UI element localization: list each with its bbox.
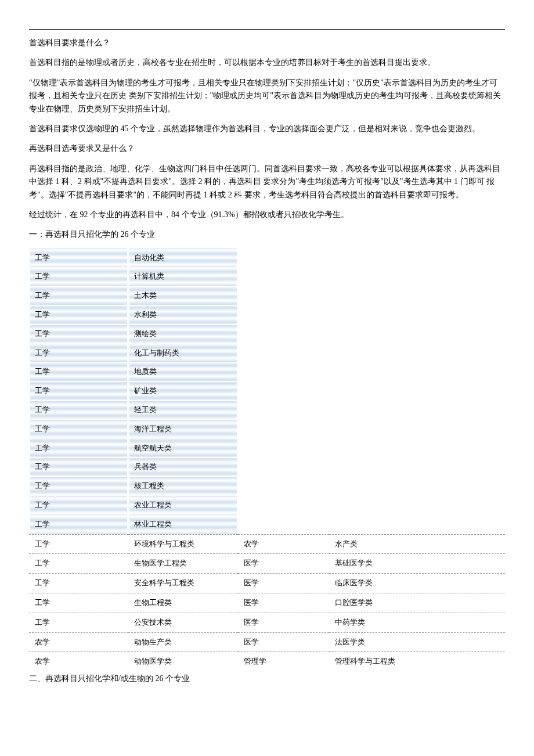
major-cell: 动物生产类 <box>128 632 238 652</box>
table-row: 工学航空航天类 <box>29 439 238 458</box>
major-cell: 地质类 <box>128 362 238 381</box>
major-cell: 海洋工程类 <box>128 420 238 439</box>
table-row: 工学生物医学工程类 <box>29 554 238 574</box>
category-cell: 工学 <box>29 593 128 613</box>
table-row: 工学计算机类 <box>29 267 238 286</box>
major-cell: 轻工类 <box>128 401 238 420</box>
category-cell: 工学 <box>29 325 128 344</box>
category-cell: 工学 <box>29 344 128 363</box>
table-row: 医学法医学类 <box>238 632 505 652</box>
table-row: 医学口腔医学类 <box>238 593 505 613</box>
category-cell: 工学 <box>29 554 128 574</box>
paragraph-2: 首选科目指的是物理或者历史，高校各专业在招生时，可以根据本专业的培养目标对于考生… <box>29 56 505 69</box>
category-cell: 工学 <box>29 420 128 439</box>
table-row: 工学环境科学与工程类 <box>29 534 238 554</box>
category-cell: 医学 <box>238 632 329 652</box>
category-cell: 工学 <box>29 613 128 632</box>
table-row: 农学动物医学类 <box>29 652 238 671</box>
major-cell: 兵器类 <box>128 458 238 477</box>
category-cell: 工学 <box>29 458 128 477</box>
table-row: 工学核工程类 <box>29 477 238 496</box>
category-cell: 工学 <box>29 305 128 325</box>
majors-table-right: 农学水产类医学基础医学类医学临床医学类医学口腔医学类医学中药学类医学法医学类管理… <box>238 534 505 672</box>
category-cell: 医学 <box>238 593 329 613</box>
major-cell: 航空航天类 <box>128 439 238 458</box>
major-cell: 林业工程类 <box>128 515 238 534</box>
table-row: 工学安全科学与工程类 <box>29 574 238 593</box>
category-cell: 农学 <box>238 534 329 554</box>
category-cell: 工学 <box>29 401 128 420</box>
category-cell: 工学 <box>29 249 128 268</box>
category-cell: 医学 <box>238 613 329 632</box>
category-cell: 工学 <box>29 534 128 554</box>
paragraph-3: "仅物理"表示首选科目为物理的考生才可报考，且相关专业只在物理类别下安排招生计划… <box>29 77 505 116</box>
major-cell: 公安技术类 <box>128 613 238 632</box>
category-cell: 农学 <box>29 632 128 652</box>
major-cell: 土木类 <box>128 286 238 305</box>
table-row: 农学动物生产类 <box>29 632 238 652</box>
major-cell: 动物医学类 <box>128 652 238 671</box>
paragraph-7: 经过统计，在 92 个专业的再选科目中，84 个专业（91.3%）都招收或者只招… <box>29 208 505 221</box>
table-row: 工学生物工程类 <box>29 593 238 613</box>
table-row: 工学自动化类 <box>29 249 238 268</box>
table-row: 医学临床医学类 <box>238 574 505 593</box>
category-cell: 医学 <box>238 574 329 593</box>
section-heading-2: 二、再选科目只招化学和/或生物的 26 个专业 <box>29 672 505 685</box>
major-cell: 核工程类 <box>128 477 238 496</box>
table-row: 农学水产类 <box>238 534 505 554</box>
major-cell: 中药学类 <box>329 613 505 632</box>
majors-table-left: 工学自动化类工学计算机类工学土木类工学水利类工学测绘类工学化工与制药类工学地质类… <box>29 249 238 672</box>
table-row: 工学水利类 <box>29 305 238 325</box>
major-cell: 生物工程类 <box>128 593 238 613</box>
table-row: 医学基础医学类 <box>238 554 505 574</box>
major-cell: 计算机类 <box>128 267 238 286</box>
major-cell: 自动化类 <box>128 249 238 268</box>
table-row: 工学土木类 <box>29 286 238 305</box>
major-cell: 生物医学工程类 <box>128 554 238 574</box>
paragraph-6: 再选科目指的是政治、地理、化学、生物这四门科目中任选两门。同首选科目要求一致，高… <box>29 163 505 201</box>
table-row: 工学轻工类 <box>29 401 238 420</box>
major-cell: 测绘类 <box>128 325 238 344</box>
tables-container: 工学自动化类工学计算机类工学土木类工学水利类工学测绘类工学化工与制药类工学地质类… <box>29 249 505 672</box>
table-row: 医学中药学类 <box>238 613 505 632</box>
paragraph-4: 首选科目要求仅选物理的 45 个专业，虽然选择物理作为首选科目，专业的选择面会更… <box>29 123 505 135</box>
table-row: 工学矿业类 <box>29 381 238 401</box>
major-cell: 化工与制药类 <box>128 344 238 363</box>
major-cell: 管理科学与工程类 <box>329 652 505 671</box>
category-cell: 工学 <box>29 515 128 534</box>
major-cell: 水利类 <box>128 305 238 325</box>
category-cell: 工学 <box>29 574 128 593</box>
category-cell: 工学 <box>29 362 128 381</box>
table-row: 工学地质类 <box>29 362 238 381</box>
table-row: 工学化工与制药类 <box>29 344 238 363</box>
category-cell: 管理学 <box>238 652 329 671</box>
table-row: 工学公安技术类 <box>29 613 238 632</box>
category-cell: 工学 <box>29 439 128 458</box>
table-row: 工学农业工程类 <box>29 496 238 515</box>
major-cell: 水产类 <box>329 534 505 554</box>
paragraph-question-2: 再选科目选考要求又是什么？ <box>29 142 505 155</box>
category-cell: 工学 <box>29 286 128 305</box>
table-row: 工学海洋工程类 <box>29 420 238 439</box>
table-row: 工学兵器类 <box>29 458 238 477</box>
table-row: 管理学管理科学与工程类 <box>238 652 505 671</box>
category-cell: 医学 <box>238 554 329 574</box>
category-cell: 工学 <box>29 477 128 496</box>
top-rule <box>29 29 505 30</box>
category-cell: 工学 <box>29 267 128 286</box>
table-row: 工学林业工程类 <box>29 515 238 534</box>
category-cell: 农学 <box>29 652 128 671</box>
table-row: 工学测绘类 <box>29 325 238 344</box>
major-cell: 农业工程类 <box>128 496 238 515</box>
major-cell: 基础医学类 <box>329 554 505 574</box>
major-cell: 口腔医学类 <box>329 593 505 613</box>
major-cell: 安全科学与工程类 <box>128 574 238 593</box>
major-cell: 法医学类 <box>329 632 505 652</box>
category-cell: 工学 <box>29 381 128 401</box>
paragraph-question-1: 首选科目要求是什么？ <box>29 37 505 49</box>
major-cell: 矿业类 <box>128 381 238 401</box>
major-cell: 环境科学与工程类 <box>128 534 238 554</box>
category-cell: 工学 <box>29 496 128 515</box>
section-heading-1: 一：再选科目只招化学的 26 个专业 <box>29 228 505 241</box>
major-cell: 临床医学类 <box>329 574 505 593</box>
